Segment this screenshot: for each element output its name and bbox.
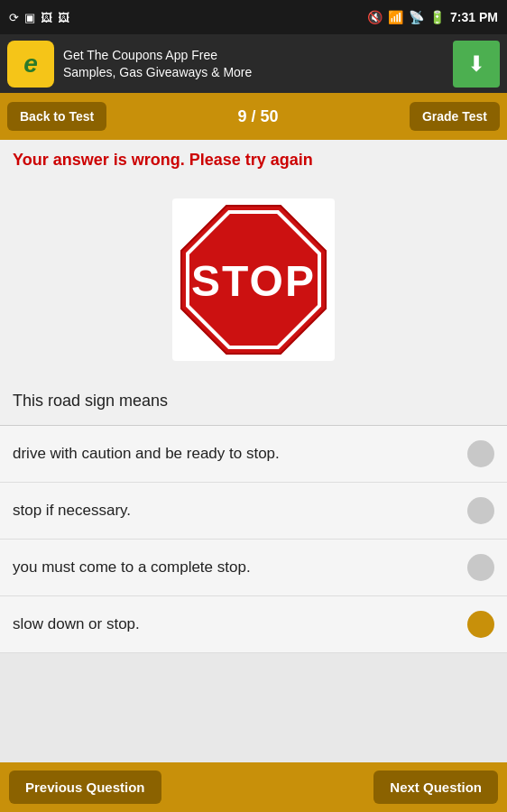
- answer-option-1[interactable]: drive with caution and be ready to stop.: [0, 426, 507, 483]
- status-icons-left: ⟳ ▣ 🖼 🖼: [9, 11, 69, 24]
- answer-text-4: slow down or stop.: [13, 614, 467, 635]
- bottom-nav: Previous Question Next Question: [0, 762, 507, 812]
- answer-option-4[interactable]: slow down or stop.: [0, 596, 507, 653]
- radio-button-1[interactable]: [467, 440, 494, 467]
- radio-button-4[interactable]: [467, 611, 494, 638]
- answer-option-2[interactable]: stop if necessary.: [0, 483, 507, 540]
- answer-text-2: stop if necessary.: [13, 501, 467, 521]
- sd-icon: ▣: [24, 11, 35, 24]
- sign-image-container: STOP: [0, 180, 507, 384]
- content-area: Your answer is wrong. Please try again S…: [0, 140, 507, 653]
- svg-text:STOP: STOP: [191, 257, 316, 305]
- answer-text-1: drive with caution and be ready to stop.: [13, 444, 467, 465]
- time-display: 7:31 PM: [450, 10, 498, 24]
- answer-option-3[interactable]: you must come to a complete stop.: [0, 540, 507, 596]
- sync-icon: ⟳: [9, 11, 19, 24]
- ad-icon-letter: e: [23, 50, 38, 78]
- radio-button-2[interactable]: [467, 497, 494, 524]
- ad-icon: e: [7, 41, 54, 88]
- question-text: This road sign means: [0, 384, 507, 425]
- ad-text-line2: Samples, Gas Giveaways & More: [63, 64, 444, 80]
- battery-icon: 🔋: [429, 10, 445, 24]
- download-icon: ⬇: [467, 51, 485, 77]
- signal-icon: 📡: [409, 10, 424, 24]
- next-question-button[interactable]: Next Question: [373, 770, 498, 804]
- radio-button-3[interactable]: [467, 554, 494, 581]
- status-bar: ⟳ ▣ 🖼 🖼 🔇 📶 📡 🔋 7:31 PM: [0, 0, 507, 34]
- image2-icon: 🖼: [58, 11, 69, 24]
- ad-text: Get The Coupons App Free Samples, Gas Gi…: [63, 47, 444, 79]
- back-to-test-button[interactable]: Back to Test: [7, 102, 106, 131]
- mute-icon: 🔇: [367, 10, 383, 24]
- image-icon: 🖼: [41, 11, 52, 24]
- ad-download-button[interactable]: ⬇: [453, 41, 500, 88]
- nav-bar: Back to Test 9 / 50 Grade Test: [0, 93, 507, 140]
- ad-banner[interactable]: e Get The Coupons App Free Samples, Gas …: [0, 34, 507, 93]
- progress-indicator: 9 / 50: [238, 107, 279, 126]
- error-message: Your answer is wrong. Please try again: [0, 140, 507, 180]
- grade-test-button[interactable]: Grade Test: [410, 102, 500, 131]
- answer-text-3: you must come to a complete stop.: [13, 558, 467, 578]
- status-icons-right: 🔇 📶 📡 🔋 7:31 PM: [367, 10, 498, 24]
- ad-text-line1: Get The Coupons App Free: [63, 47, 444, 63]
- previous-question-button[interactable]: Previous Question: [9, 770, 161, 804]
- wifi-icon: 📶: [388, 10, 403, 24]
- stop-sign-image: STOP: [163, 189, 344, 370]
